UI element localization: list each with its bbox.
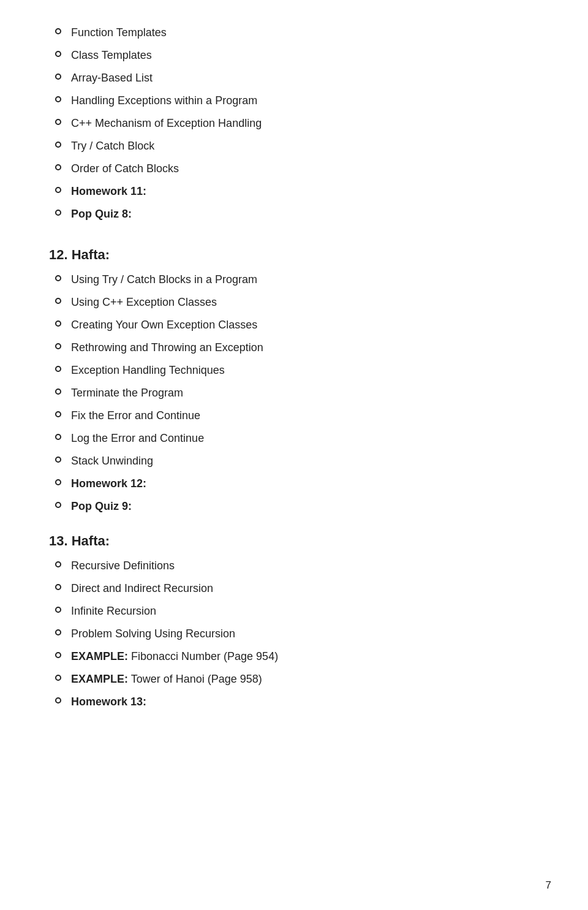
item-text: Rethrowing and Throwing an Exception	[71, 339, 539, 356]
bullet-icon	[55, 675, 61, 681]
example-rest: Tower of Hanoi (Page 958)	[128, 673, 262, 685]
item-text: Problem Solving Using Recursion	[71, 626, 539, 642]
item-text: C++ Mechanism of Exception Handling	[71, 115, 539, 132]
section-12: 12. Hafta: Using Try / Catch Blocks in a…	[49, 247, 539, 515]
bullet-icon	[55, 96, 61, 102]
list-item: Homework 13:	[55, 694, 539, 710]
bullet-icon	[55, 479, 61, 485]
list-item: Homework 12:	[55, 476, 539, 492]
bold-text: Homework 11:	[71, 185, 146, 197]
item-text: Fix the Error and Continue	[71, 408, 539, 424]
list-item: C++ Mechanism of Exception Handling	[55, 115, 539, 132]
bullet-icon	[55, 584, 61, 590]
list-item: EXAMPLE: Tower of Hanoi (Page 958)	[55, 671, 539, 688]
bullet-icon	[55, 164, 61, 170]
list-item: Function Templates	[55, 25, 539, 41]
section-12-heading: 12. Hafta:	[49, 247, 539, 263]
list-item: Pop Quiz 9:	[55, 498, 539, 515]
list-item: Using Try / Catch Blocks in a Program	[55, 271, 539, 288]
bullet-icon	[55, 275, 61, 281]
item-text: Pop Quiz 9:	[71, 498, 539, 515]
list-item: Try / Catch Block	[55, 138, 539, 154]
list-item: Terminate the Program	[55, 385, 539, 401]
list-item: Handling Exceptions within a Program	[55, 93, 539, 109]
list-item: Infinite Recursion	[55, 603, 539, 620]
list-item: Log the Error and Continue	[55, 430, 539, 447]
item-text: Homework 13:	[71, 694, 539, 710]
bullet-icon	[55, 502, 61, 508]
page-number: 7	[546, 879, 551, 892]
section-13-list: Recursive Definitions Direct and Indirec…	[49, 558, 539, 710]
item-text: EXAMPLE: Tower of Hanoi (Page 958)	[71, 671, 539, 688]
section-12-list: Using Try / Catch Blocks in a Program Us…	[49, 271, 539, 515]
list-item: Order of Catch Blocks	[55, 161, 539, 177]
list-item: EXAMPLE: Fibonacci Number (Page 954)	[55, 648, 539, 665]
bold-text: Homework 12:	[71, 477, 146, 490]
list-item: Pop Quiz 8:	[55, 206, 539, 222]
top-section: Function Templates Class Templates Array…	[49, 25, 539, 222]
example-rest: Fibonacci Number (Page 954)	[128, 650, 278, 662]
bullet-icon	[55, 652, 61, 658]
item-text: Order of Catch Blocks	[71, 161, 539, 177]
list-item: Problem Solving Using Recursion	[55, 626, 539, 642]
item-text: EXAMPLE: Fibonacci Number (Page 954)	[71, 648, 539, 665]
item-text: Class Templates	[71, 47, 539, 64]
list-item: Array-Based List	[55, 70, 539, 86]
bullet-icon	[55, 629, 61, 635]
bullet-icon	[55, 457, 61, 463]
bullet-icon	[55, 298, 61, 304]
item-text: Recursive Definitions	[71, 558, 539, 574]
bullet-icon	[55, 434, 61, 440]
bullet-icon	[55, 187, 61, 193]
list-item: Direct and Indirect Recursion	[55, 580, 539, 597]
item-text: Using C++ Exception Classes	[71, 294, 539, 311]
item-text: Infinite Recursion	[71, 603, 539, 620]
list-item: Homework 11:	[55, 183, 539, 200]
bullet-icon	[55, 142, 61, 148]
list-item: Fix the Error and Continue	[55, 408, 539, 424]
bullet-icon	[55, 389, 61, 395]
item-text: Try / Catch Block	[71, 138, 539, 154]
bullet-icon	[55, 210, 61, 216]
item-text: Log the Error and Continue	[71, 430, 539, 447]
item-text: Function Templates	[71, 25, 539, 41]
item-text: Exception Handling Techniques	[71, 362, 539, 379]
example-bold: EXAMPLE:	[71, 673, 128, 685]
bullet-icon	[55, 411, 61, 417]
top-list: Function Templates Class Templates Array…	[49, 25, 539, 222]
bullet-icon	[55, 366, 61, 372]
list-item: Recursive Definitions	[55, 558, 539, 574]
bold-text: Homework 13:	[71, 696, 146, 708]
bullet-icon	[55, 320, 61, 327]
list-item: Exception Handling Techniques	[55, 362, 539, 379]
list-item: Using C++ Exception Classes	[55, 294, 539, 311]
item-text: Homework 12:	[71, 476, 539, 492]
item-text: Handling Exceptions within a Program	[71, 93, 539, 109]
bullet-icon	[55, 74, 61, 80]
item-text: Using Try / Catch Blocks in a Program	[71, 271, 539, 288]
item-text: Array-Based List	[71, 70, 539, 86]
item-text: Homework 11:	[71, 183, 539, 200]
list-item: Rethrowing and Throwing an Exception	[55, 339, 539, 356]
bullet-icon	[55, 51, 61, 57]
bold-text: Pop Quiz 9:	[71, 500, 132, 512]
item-text: Stack Unwinding	[71, 453, 539, 469]
list-item: Creating Your Own Exception Classes	[55, 317, 539, 333]
bullet-icon	[55, 343, 61, 349]
example-bold: EXAMPLE:	[71, 650, 128, 662]
section-13: 13. Hafta: Recursive Definitions Direct …	[49, 533, 539, 710]
bold-text: Pop Quiz 8:	[71, 208, 132, 220]
bullet-icon	[55, 607, 61, 613]
bullet-icon	[55, 561, 61, 567]
section-13-heading: 13. Hafta:	[49, 533, 539, 549]
list-item: Stack Unwinding	[55, 453, 539, 469]
list-item: Class Templates	[55, 47, 539, 64]
item-text: Creating Your Own Exception Classes	[71, 317, 539, 333]
item-text: Terminate the Program	[71, 385, 539, 401]
bullet-icon	[55, 28, 61, 34]
bullet-icon	[55, 697, 61, 703]
item-text: Pop Quiz 8:	[71, 206, 539, 222]
bullet-icon	[55, 119, 61, 125]
item-text: Direct and Indirect Recursion	[71, 580, 539, 597]
